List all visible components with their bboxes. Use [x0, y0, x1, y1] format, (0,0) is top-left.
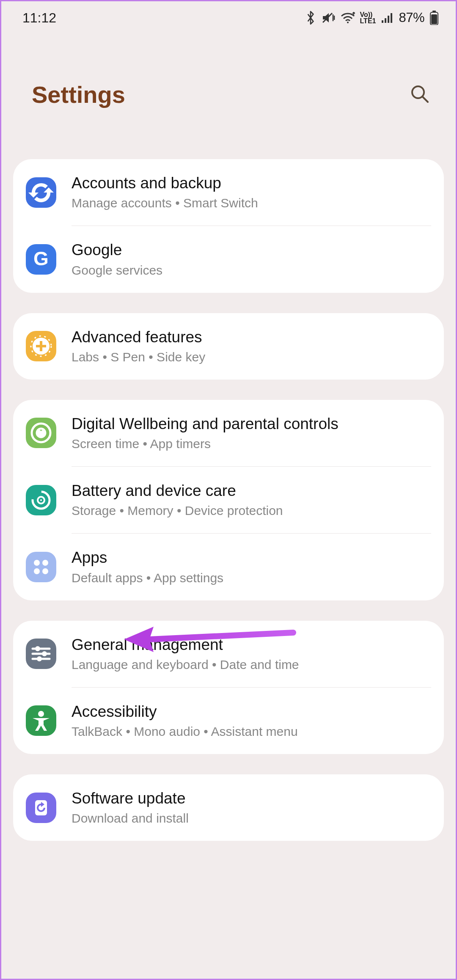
- settings-item-text: Digital Wellbeing and parental controlsS…: [72, 414, 429, 452]
- status-bar: 11:12 Vo))LTE1 87%: [1, 1, 456, 34]
- search-button[interactable]: [409, 83, 430, 106]
- mute-vibrate-icon: [321, 11, 336, 24]
- settings-item-title: Advanced features: [72, 328, 429, 347]
- settings-item-subtitle: Default apps • App settings: [72, 570, 429, 586]
- settings-item-subtitle: Language and keyboard • Date and time: [72, 656, 429, 673]
- settings-item-advanced[interactable]: Advanced featuresLabs • S Pen • Side key: [13, 313, 444, 380]
- settings-item-subtitle: Download and install: [72, 810, 429, 826]
- settings-group: Accounts and backupManage accounts • Sma…: [13, 159, 444, 293]
- settings-item-text: Advanced featuresLabs • S Pen • Side key: [72, 328, 429, 365]
- svg-point-1: [347, 22, 349, 23]
- settings-item-text: GoogleGoogle services: [72, 240, 429, 278]
- battery-percent: 87%: [399, 10, 424, 25]
- settings-item-wellbeing[interactable]: Digital Wellbeing and parental controlsS…: [13, 400, 444, 466]
- settings-item-google[interactable]: GoogleGoogle services: [13, 226, 444, 292]
- settings-item-text: Battery and device careStorage • Memory …: [72, 481, 429, 519]
- plus-gear-icon: [26, 331, 56, 361]
- settings-item-subtitle: Screen time • App timers: [72, 435, 429, 452]
- volte-indicator: Vo))LTE1: [360, 11, 376, 24]
- wellbeing-icon: [26, 418, 56, 448]
- settings-item-title: Software update: [72, 789, 429, 808]
- settings-item-accounts[interactable]: Accounts and backupManage accounts • Sma…: [13, 159, 444, 226]
- svg-rect-5: [391, 13, 392, 23]
- battery-icon: [429, 11, 439, 25]
- signal-icon: [381, 12, 394, 24]
- settings-item-title: Apps: [72, 548, 429, 567]
- settings-item-subtitle: TalkBack • Mono audio • Assistant menu: [72, 723, 429, 740]
- settings-item-title: Accessibility: [72, 702, 429, 721]
- settings-item-text: General managementLanguage and keyboard …: [72, 635, 429, 673]
- bluetooth-icon: [305, 11, 316, 25]
- settings-item-apps[interactable]: AppsDefault apps • App settings: [13, 534, 444, 600]
- page-title: Settings: [32, 81, 125, 108]
- google-icon: [26, 244, 56, 275]
- svg-rect-3: [385, 18, 386, 23]
- settings-item-subtitle: Manage accounts • Smart Switch: [72, 195, 429, 211]
- settings-item-title: Accounts and backup: [72, 173, 429, 193]
- settings-item-battery[interactable]: Battery and device careStorage • Memory …: [13, 467, 444, 533]
- settings-item-title: General management: [72, 635, 429, 655]
- settings-group: Advanced featuresLabs • S Pen • Side key: [13, 313, 444, 380]
- settings-group: Digital Wellbeing and parental controlsS…: [13, 400, 444, 600]
- care-icon: [26, 485, 56, 515]
- settings-item-text: AccessibilityTalkBack • Mono audio • Ass…: [72, 702, 429, 740]
- settings-item-subtitle: Google services: [72, 262, 429, 278]
- settings-item-text: Software updateDownload and install: [72, 789, 429, 826]
- wifi-icon: [341, 12, 355, 24]
- apps-icon: [26, 552, 56, 582]
- settings-list: Accounts and backupManage accounts • Sma…: [1, 159, 456, 841]
- svg-rect-2: [382, 20, 383, 23]
- status-time: 11:12: [22, 10, 56, 26]
- settings-item-subtitle: Labs • S Pen • Side key: [72, 349, 429, 365]
- settings-item-title: Google: [72, 240, 429, 260]
- settings-item-text: AppsDefault apps • App settings: [72, 548, 429, 586]
- svg-rect-4: [388, 16, 389, 23]
- settings-item-accessibility[interactable]: AccessibilityTalkBack • Mono audio • Ass…: [13, 688, 444, 754]
- settings-item-title: Digital Wellbeing and parental controls: [72, 414, 429, 434]
- status-right: Vo))LTE1 87%: [305, 10, 439, 25]
- header: Settings: [1, 34, 456, 159]
- sliders-icon: [26, 639, 56, 669]
- svg-line-10: [423, 97, 428, 102]
- settings-item-text: Accounts and backupManage accounts • Sma…: [72, 173, 429, 211]
- update-icon: [26, 793, 56, 823]
- settings-item-subtitle: Storage • Memory • Device protection: [72, 502, 429, 519]
- settings-item-update[interactable]: Software updateDownload and install: [13, 774, 444, 841]
- settings-item-general[interactable]: General managementLanguage and keyboard …: [13, 621, 444, 687]
- settings-item-title: Battery and device care: [72, 481, 429, 501]
- svg-rect-8: [431, 14, 437, 24]
- accessibility-icon: [26, 705, 56, 736]
- settings-group: General managementLanguage and keyboard …: [13, 621, 444, 754]
- settings-group: Software updateDownload and install: [13, 774, 444, 841]
- sync-icon: [26, 177, 56, 208]
